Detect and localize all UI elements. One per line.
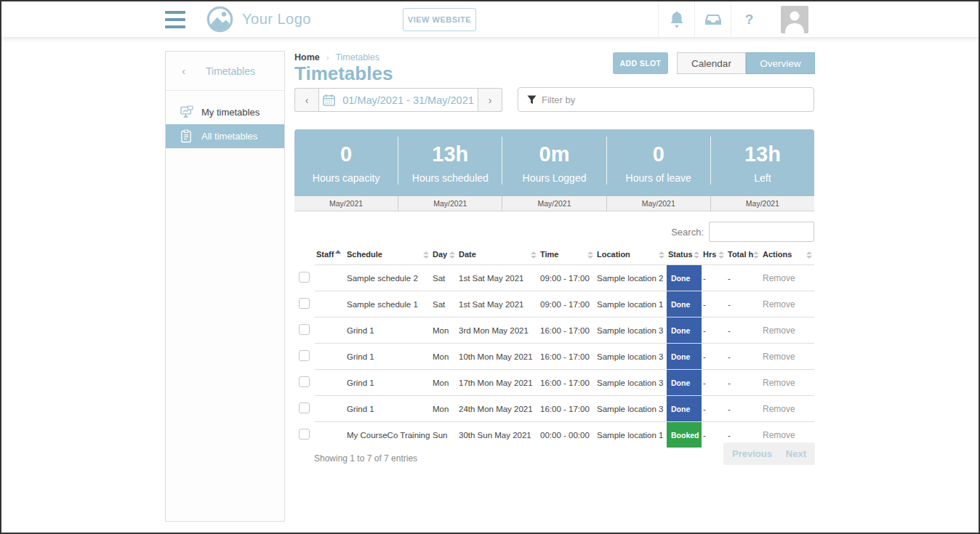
cell-schedule: Grind 1	[345, 317, 431, 344]
cell-date: 3rd Mon May 2021	[457, 317, 539, 344]
cell-schedule: Sample schedule 2	[345, 265, 431, 291]
column-header-actions[interactable]: Actions	[761, 246, 814, 265]
sidebar: ‹ Timetables My timetables	[165, 51, 285, 522]
prev-period-button[interactable]: ‹	[294, 88, 318, 112]
next-page-button[interactable]: Next	[786, 448, 806, 459]
cell-hrs: -	[702, 265, 726, 291]
breadcrumb-home[interactable]: Home	[294, 52, 320, 62]
sidebar-title: Timetables	[206, 65, 255, 77]
image-logo-icon	[206, 6, 233, 33]
column-header-time[interactable]: Time	[539, 246, 595, 265]
column-header-location[interactable]: Location	[595, 246, 667, 265]
cell-hrs: -	[702, 344, 726, 370]
cell-location: Sample location 2	[595, 265, 667, 291]
remove-link[interactable]: Remove	[763, 325, 795, 336]
chevron-left-icon: ‹	[182, 65, 185, 77]
previous-page-button[interactable]: Previous	[732, 448, 772, 459]
remove-link[interactable]: Remove	[763, 352, 795, 362]
row-checkbox[interactable]	[299, 324, 310, 335]
hamburger-menu-icon[interactable]	[165, 11, 185, 28]
add-slot-button[interactable]: ADD SLOT	[613, 52, 668, 74]
sidebar-item-my-timetables[interactable]: My timetables	[166, 100, 284, 124]
row-checkbox[interactable]	[299, 429, 310, 440]
remove-link[interactable]: Remove	[763, 430, 795, 440]
cell-schedule: My CourseCo Training	[345, 422, 431, 448]
remove-link[interactable]: Remove	[763, 273, 795, 283]
cell-total-h: -	[726, 370, 761, 396]
cell-total-h: -	[726, 291, 761, 317]
cell-schedule: Sample schedule 1	[345, 291, 431, 317]
help-button[interactable]: ?	[731, 1, 767, 37]
stat-label: Left	[754, 172, 771, 184]
sort-icons	[659, 251, 664, 259]
stat-hours-of-leave: 0 Hours of leave	[607, 129, 710, 196]
help-icon: ?	[745, 12, 754, 28]
cell-day: Mon	[431, 370, 457, 396]
sidebar-item-label: All timetables	[201, 131, 257, 142]
timetable-table: Staff Schedule Day Date Time Location St…	[294, 246, 814, 448]
cell-staff	[315, 370, 345, 396]
date-range-picker[interactable]: 01/May/2021 - 31/May/2021	[318, 88, 478, 112]
stat-period: May/2021	[294, 196, 398, 211]
next-period-button[interactable]: ›	[478, 88, 502, 112]
column-header-status[interactable]: Status	[667, 246, 702, 265]
column-header-day[interactable]: Day	[431, 246, 457, 265]
person-icon	[781, 6, 808, 33]
stats-period-strip: May/2021 May/2021 May/2021 May/2021 May/…	[294, 196, 814, 211]
calendar-view-button[interactable]: Calendar	[677, 52, 746, 74]
cell-staff	[315, 344, 345, 370]
column-header-date[interactable]: Date	[457, 246, 539, 265]
sort-icons	[531, 251, 537, 259]
cell-location: Sample location 3	[595, 396, 667, 422]
overview-view-button[interactable]: Overview	[746, 52, 815, 74]
inbox-button[interactable]	[694, 1, 731, 37]
user-avatar[interactable]	[781, 6, 808, 33]
notifications-button[interactable]	[658, 1, 694, 37]
status-badge: Done	[667, 344, 702, 369]
column-header-total-h[interactable]: Total h	[726, 246, 761, 265]
cell-date: 1st Sat May 2021	[457, 291, 539, 317]
remove-link[interactable]: Remove	[763, 378, 795, 388]
sort-asc-icon	[335, 250, 341, 254]
select-all-cell	[294, 246, 315, 265]
breadcrumb: Home › Timetables	[294, 52, 379, 62]
entries-summary: Showing 1 to 7 of 7 entries	[314, 453, 417, 464]
cell-hrs: -	[702, 370, 726, 396]
logo[interactable]: Your Logo	[206, 6, 311, 33]
cell-staff	[315, 396, 345, 422]
app-window: Your Logo VIEW WEBSITE ?	[0, 0, 980, 534]
cell-location: Sample location 1	[595, 291, 667, 317]
sort-icons	[806, 251, 812, 259]
cell-location: Sample location 3	[595, 370, 667, 396]
column-header-staff[interactable]: Staff	[315, 246, 345, 265]
remove-link[interactable]: Remove	[763, 299, 795, 310]
sidebar-back-header[interactable]: ‹ Timetables	[166, 52, 284, 91]
funnel-icon	[527, 95, 537, 105]
row-checkbox[interactable]	[299, 376, 310, 387]
cell-hrs: -	[702, 396, 726, 422]
row-checkbox[interactable]	[299, 350, 310, 361]
row-checkbox[interactable]	[299, 298, 310, 309]
stat-period: May/2021	[711, 196, 814, 211]
cell-day: Mon	[431, 344, 457, 370]
stat-label: Hours scheduled	[412, 172, 489, 184]
cell-location: Sample location 3	[595, 317, 667, 344]
cell-hrs: -	[702, 291, 726, 317]
cell-day: Sat	[431, 291, 457, 317]
stat-value: 0m	[539, 143, 570, 166]
cell-schedule: Grind 1	[345, 344, 431, 370]
remove-link[interactable]: Remove	[763, 404, 795, 414]
search-input[interactable]	[709, 222, 814, 242]
row-checkbox[interactable]	[299, 402, 310, 413]
column-header-schedule[interactable]: Schedule	[345, 246, 431, 265]
filter-input[interactable]	[542, 94, 796, 105]
status-badge: Done	[667, 265, 702, 291]
logo-text: Your Logo	[242, 11, 311, 28]
row-checkbox[interactable]	[299, 272, 310, 283]
sidebar-item-all-timetables[interactable]: All timetables	[166, 124, 284, 148]
table-row: Sample schedule 1 Sat 1st Sat May 2021 0…	[294, 291, 814, 317]
bell-icon	[669, 11, 685, 28]
table-row: Grind 1 Mon 17th Mon May 2021 16:00 - 17…	[294, 370, 814, 396]
view-website-button[interactable]: VIEW WEBSITE	[403, 8, 476, 31]
column-header-hrs[interactable]: Hrs	[702, 246, 726, 265]
